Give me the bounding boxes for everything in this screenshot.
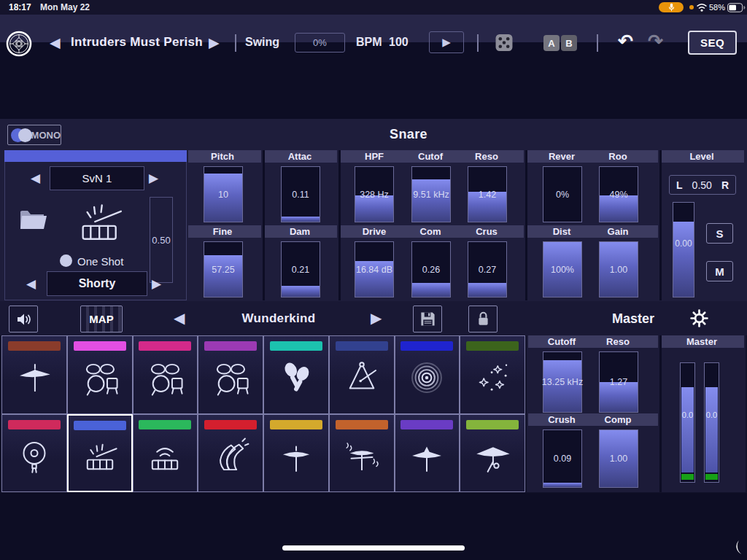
pad-drum-kit[interactable] — [198, 335, 263, 414]
engine-prev-button[interactable]: ◀ — [31, 171, 40, 186]
comp-knob[interactable]: 0.26 — [411, 241, 451, 298]
knob-label-pitch: Pitch — [190, 151, 255, 162]
pad-snare-drum[interactable] — [67, 414, 133, 493]
drive-knob[interactable]: 16.84 dB — [355, 241, 394, 298]
mic-active-dot-icon — [689, 5, 694, 9]
pad-hihat-open[interactable] — [329, 414, 395, 493]
pad-hand-clap[interactable] — [198, 414, 263, 493]
master-title: Master — [578, 311, 688, 327]
pad-gong-drum[interactable] — [1, 414, 67, 493]
cutoff-knob[interactable]: 9.51 kHz — [411, 166, 451, 222]
sample-volume-slider[interactable]: 0.50 — [150, 197, 173, 283]
preset-prev-button[interactable]: ◀ — [26, 276, 36, 292]
randomize-dice-icon[interactable] — [495, 34, 514, 52]
app-logo-icon[interactable] — [6, 31, 32, 57]
engine-selector[interactable]: SvN 1 — [50, 166, 144, 190]
pan-control[interactable]: L 0.50 R — [669, 175, 736, 195]
sequencer-button[interactable]: SEQ — [688, 31, 737, 55]
crash-stand-icon — [460, 435, 525, 478]
meter-green-segment — [681, 474, 694, 480]
reso-knob[interactable]: 1.42 — [468, 166, 507, 222]
gain-knob[interactable]: 1.00 — [599, 241, 638, 298]
save-kit-button[interactable] — [413, 306, 442, 332]
pad-maracas[interactable] — [263, 335, 329, 414]
preview-sound-button[interactable] — [9, 306, 38, 332]
home-indicator[interactable] — [282, 545, 465, 551]
master-meter-right: 0.0 — [704, 362, 719, 483]
hihat-open-icon — [330, 435, 394, 478]
master-crush-knob[interactable]: 0.09 — [543, 429, 582, 488]
ride-cymbal-icon — [395, 435, 460, 478]
mono-toggle[interactable]: MONO — [7, 125, 61, 145]
knob-label-gain: Gain — [585, 226, 651, 237]
one-shot-radio[interactable] — [60, 254, 72, 267]
fine-knob[interactable]: 57.25 — [204, 241, 243, 298]
crescent-handle-icon — [729, 540, 744, 556]
master-comp-label: Comp — [585, 414, 651, 425]
pan-right-label: R — [721, 179, 729, 191]
next-pattern-button[interactable]: ▶ — [209, 34, 220, 52]
damp-knob[interactable]: 0.21 — [281, 241, 320, 298]
meter-green-segment — [705, 474, 718, 480]
map-button[interactable]: MAP — [80, 306, 123, 332]
pad-ride-cymbal[interactable] — [395, 414, 460, 493]
pattern-name[interactable]: Intruders Must Perish — [69, 35, 204, 50]
master-reso-label: Reso — [585, 336, 651, 347]
pad-crash-stand[interactable] — [460, 414, 525, 493]
pad-crash-cymbal[interactable] — [1, 335, 67, 414]
toolbar-divider — [235, 34, 236, 52]
sample-progress-bar[interactable] — [4, 150, 187, 162]
divider — [525, 150, 527, 300]
pad-sparkle-stars[interactable] — [460, 335, 525, 414]
pad-concentric-circles[interactable] — [395, 335, 460, 414]
level-fader[interactable]: 0.00 — [673, 202, 694, 298]
divider — [659, 335, 662, 492]
toolbar-divider — [477, 34, 479, 52]
pattern-a-button[interactable]: A — [543, 35, 560, 51]
knob-label-attack: Attac — [267, 151, 333, 162]
lock-kit-button[interactable] — [468, 306, 498, 332]
solo-button[interactable]: S — [706, 223, 733, 244]
folder-icon[interactable] — [19, 207, 48, 233]
settings-gear-icon[interactable] — [690, 309, 708, 327]
pad-color-strip — [270, 420, 322, 429]
snare-preview-icon — [70, 198, 127, 248]
crush-knob[interactable]: 0.27 — [468, 241, 507, 298]
pad-triangle[interactable] — [329, 335, 395, 414]
master-reso-knob[interactable]: 1.27 — [599, 351, 638, 413]
date: Mon May 22 — [40, 2, 90, 12]
microphone-indicator-icon — [659, 2, 684, 12]
swing-value-field[interactable]: 0% — [295, 33, 345, 52]
mute-button[interactable]: M — [706, 261, 733, 281]
pad-hihat-closed[interactable] — [263, 414, 329, 493]
engine-next-button[interactable]: ▶ — [149, 171, 158, 186]
room-knob[interactable]: 49% — [599, 166, 638, 222]
mono-toggle-knob-icon — [11, 128, 30, 142]
redo-button[interactable]: ↷ — [648, 31, 663, 52]
pad-drum-kit[interactable] — [67, 335, 133, 414]
next-kit-button[interactable]: ▶ — [371, 309, 382, 327]
hihat-closed-icon — [264, 435, 328, 478]
kit-name[interactable]: Wunderkind — [206, 311, 352, 326]
reverb-knob[interactable]: 0% — [543, 166, 582, 222]
pitch-knob[interactable]: 10 — [204, 166, 243, 222]
pad-drum-kit[interactable] — [133, 335, 198, 414]
pad-color-strip — [466, 420, 519, 429]
master-comp-knob[interactable]: 1.00 — [599, 429, 638, 488]
dist-knob[interactable]: 100% — [543, 241, 582, 298]
hpf-knob[interactable]: 328 Hz — [355, 166, 394, 222]
pattern-b-button[interactable]: B — [561, 35, 577, 51]
preset-selector[interactable]: Shorty — [47, 271, 147, 296]
drum-machine-app: 18:17 Mon May 22 58% — [0, 0, 747, 560]
master-meter-label: Master — [669, 336, 735, 347]
top-toolbar: ◀ Intruders Must Perish ▶ Swing 0% BPM 1… — [0, 15, 747, 42]
preset-next-button[interactable]: ▶ — [152, 276, 161, 292]
prev-kit-button[interactable]: ◀ — [174, 309, 185, 327]
undo-button[interactable]: ↶ — [618, 31, 633, 52]
bpm-value[interactable]: 100 — [389, 36, 409, 49]
pad-electronic-pad[interactable] — [133, 414, 198, 493]
prev-pattern-button[interactable]: ◀ — [50, 34, 61, 52]
master-cutoff-knob[interactable]: 13.25 kHz — [543, 351, 582, 413]
attack-knob[interactable]: 0.11 — [281, 166, 320, 222]
play-button[interactable]: ▶ — [429, 31, 464, 53]
